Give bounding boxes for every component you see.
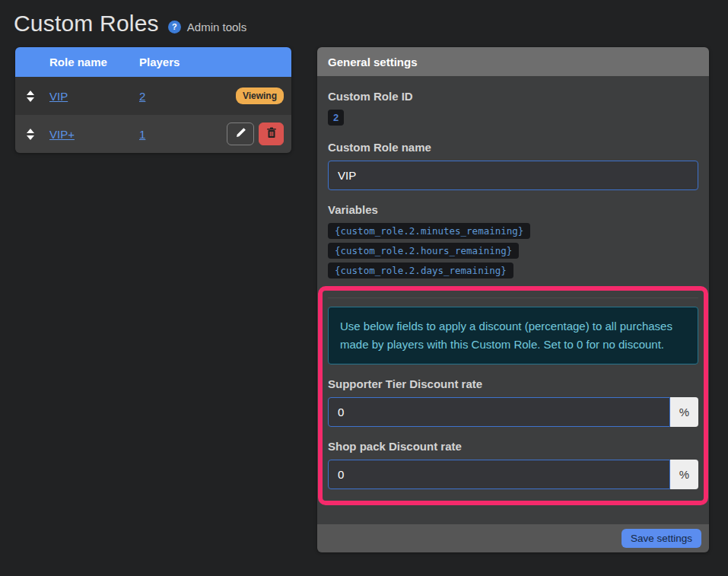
roles-table-header: Role name Players — [15, 47, 291, 77]
drag-handle-icon[interactable] — [26, 129, 35, 140]
variable-chip: {custom_role.2.hours_remaining} — [328, 243, 519, 259]
variables-label: Variables — [328, 203, 698, 216]
page-header: Custom Roles ? Admin tools — [0, 0, 728, 44]
role-name-link[interactable]: VIP+ — [49, 128, 139, 141]
help-icon[interactable]: ? — [168, 21, 181, 33]
viewing-badge: Viewing — [236, 88, 284, 104]
general-settings-panel: General settings Custom Role ID 2 Custom… — [317, 47, 709, 552]
table-row-vip-plus: VIP+ 1 — [15, 115, 291, 153]
percent-suffix: % — [670, 397, 698, 427]
panel-body: Custom Role ID 2 Custom Role name Variab… — [317, 76, 709, 524]
discount-highlight-section: Use below fields to apply a discount (pe… — [318, 286, 708, 505]
supporter-discount-input[interactable] — [328, 397, 670, 427]
role-name-link[interactable]: VIP — [49, 90, 139, 103]
page-subtitle: Admin tools — [187, 21, 246, 33]
drag-handle-icon[interactable] — [26, 91, 35, 102]
roles-table: Role name Players VIP 2 Viewing VIP+ 1 — [15, 47, 291, 153]
players-count-link[interactable]: 1 — [139, 128, 227, 141]
edit-role-button[interactable] — [227, 123, 254, 145]
variable-chip: {custom_role.2.minutes_remaining} — [328, 223, 530, 239]
row-actions — [227, 123, 284, 145]
delete-role-button[interactable] — [259, 123, 284, 145]
custom-role-name-input[interactable] — [328, 161, 698, 190]
panel-header: General settings — [317, 47, 709, 76]
save-settings-button[interactable]: Save settings — [622, 529, 701, 548]
variable-chip: {custom_role.2.days_remaining} — [328, 263, 513, 278]
column-role-name: Role name — [49, 56, 139, 68]
discount-info-box: Use below fields to apply a discount (pe… — [328, 307, 698, 364]
percent-suffix: % — [670, 460, 698, 489]
trash-icon — [266, 127, 277, 141]
page-title: Custom Roles — [14, 11, 159, 37]
players-count-link[interactable]: 2 — [139, 90, 236, 103]
supporter-discount-label: Supporter Tier Discount rate — [328, 377, 698, 390]
main-content: Role name Players VIP 2 Viewing VIP+ 1 — [0, 44, 728, 552]
section-divider — [328, 298, 698, 298]
shop-discount-input[interactable] — [328, 460, 670, 489]
panel-footer: Save settings — [317, 524, 709, 552]
table-row-vip: VIP 2 Viewing — [15, 77, 291, 115]
custom-role-id-label: Custom Role ID — [328, 90, 698, 103]
shop-discount-label: Shop pack Discount rate — [328, 440, 698, 453]
pencil-icon — [235, 127, 246, 141]
column-players: Players — [139, 56, 291, 68]
shop-discount-group: % — [328, 460, 698, 489]
custom-role-name-label: Custom Role name — [328, 141, 698, 154]
supporter-discount-group: % — [328, 397, 698, 427]
custom-role-id-value: 2 — [328, 110, 344, 126]
